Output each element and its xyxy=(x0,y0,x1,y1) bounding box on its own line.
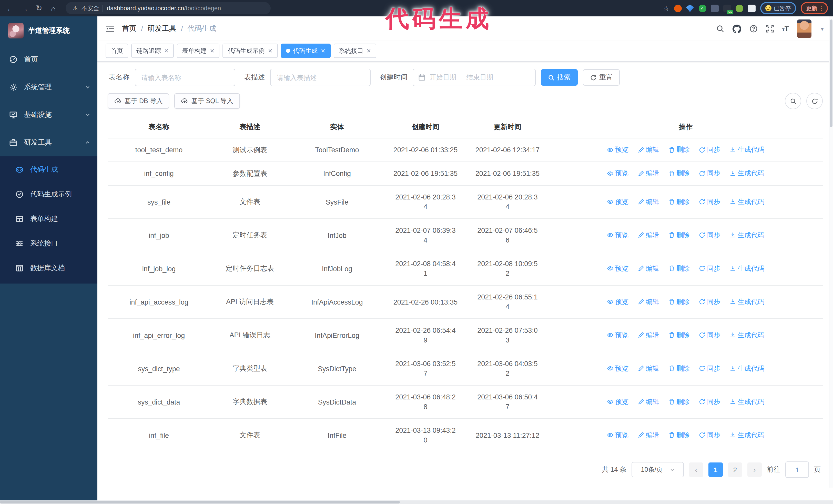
scrollbar-thumb[interactable] xyxy=(830,20,832,127)
table-name-input[interactable] xyxy=(135,69,235,86)
extension-icon[interactable]: on xyxy=(723,4,731,12)
search-button[interactable]: 搜索 xyxy=(541,69,578,86)
reset-button[interactable]: 重置 xyxy=(583,69,620,86)
delete-link[interactable]: 删除 xyxy=(668,331,690,340)
chevron-down-icon[interactable]: ▼ xyxy=(820,26,825,31)
page-button-2[interactable]: 2 xyxy=(728,462,742,477)
collapse-menu-icon[interactable] xyxy=(105,25,115,33)
table-desc-input[interactable] xyxy=(270,69,371,86)
edit-link[interactable]: 编辑 xyxy=(638,364,659,373)
close-icon[interactable]: ✕ xyxy=(210,47,214,54)
generate-code-link[interactable]: 生成代码 xyxy=(730,264,764,273)
sidebar-item-codegen[interactable]: 代码生成 xyxy=(0,158,97,182)
generate-code-link[interactable]: 生成代码 xyxy=(730,364,764,373)
preview-link[interactable]: 预览 xyxy=(607,264,628,273)
edit-link[interactable]: 编辑 xyxy=(638,431,659,440)
close-icon[interactable]: ✕ xyxy=(320,47,325,54)
close-icon[interactable]: ✕ xyxy=(366,47,371,54)
preview-link[interactable]: 预览 xyxy=(607,197,628,207)
fullscreen-icon[interactable] xyxy=(766,25,774,33)
scrollbar-thumb[interactable] xyxy=(0,501,400,503)
close-icon[interactable]: ✕ xyxy=(164,47,169,54)
generate-code-link[interactable]: 生成代码 xyxy=(730,331,764,340)
prev-page-button[interactable]: ‹ xyxy=(689,462,703,477)
sync-link[interactable]: 同步 xyxy=(699,398,720,407)
sidebar-item-form-builder[interactable]: 表单构建 xyxy=(0,207,97,231)
preview-link[interactable]: 预览 xyxy=(607,169,628,178)
vertical-scrollbar[interactable] xyxy=(829,17,833,487)
delete-link[interactable]: 删除 xyxy=(668,398,690,407)
edit-link[interactable]: 编辑 xyxy=(638,331,659,340)
sidebar-item-home[interactable]: 首页 xyxy=(0,46,97,73)
sidebar-item-db-doc[interactable]: 数据库文档 xyxy=(0,256,97,281)
sync-link[interactable]: 同步 xyxy=(699,297,720,307)
generate-code-link[interactable]: 生成代码 xyxy=(730,297,764,307)
refresh-table-button[interactable] xyxy=(806,93,823,109)
sidebar-item-system-api[interactable]: 系统接口 xyxy=(0,231,97,256)
menu-dots-icon[interactable] xyxy=(821,6,822,11)
import-sql-button[interactable]: 基于 SQL 导入 xyxy=(174,93,240,109)
generate-code-link[interactable]: 生成代码 xyxy=(730,197,764,207)
horizontal-scrollbar[interactable] xyxy=(0,500,833,504)
edit-link[interactable]: 编辑 xyxy=(638,297,659,307)
delete-link[interactable]: 删除 xyxy=(668,264,690,273)
sidebar-item-system[interactable]: 系统管理 xyxy=(0,73,97,101)
goto-page-input[interactable] xyxy=(785,461,809,478)
paused-badge[interactable]: 已暂停 xyxy=(760,2,796,14)
extension-puzzle-icon[interactable] xyxy=(748,4,755,12)
sync-link[interactable]: 同步 xyxy=(699,431,720,440)
sync-link[interactable]: 同步 xyxy=(699,264,720,273)
breadcrumb-home[interactable]: 首页 xyxy=(122,24,136,33)
sync-link[interactable]: 同步 xyxy=(699,231,720,240)
sync-link[interactable]: 同步 xyxy=(699,364,720,373)
sync-link[interactable]: 同步 xyxy=(699,169,720,178)
user-avatar[interactable] xyxy=(797,20,811,38)
help-icon[interactable] xyxy=(749,25,757,33)
tab-system-api[interactable]: 系统接口✕ xyxy=(334,44,376,58)
preview-link[interactable]: 预览 xyxy=(607,331,628,340)
delete-link[interactable]: 删除 xyxy=(668,169,690,178)
github-icon[interactable] xyxy=(732,24,741,33)
generate-code-link[interactable]: 生成代码 xyxy=(730,398,764,407)
delete-link[interactable]: 删除 xyxy=(668,145,690,154)
app-logo[interactable]: 芋道管理系统 xyxy=(0,17,97,46)
extension-gem-icon[interactable] xyxy=(686,4,694,12)
generate-code-link[interactable]: 生成代码 xyxy=(730,169,764,178)
sync-link[interactable]: 同步 xyxy=(699,197,720,207)
edit-link[interactable]: 编辑 xyxy=(638,169,659,178)
edit-link[interactable]: 编辑 xyxy=(638,398,659,407)
tab-tracing[interactable]: 链路追踪✕ xyxy=(131,44,174,58)
sync-link[interactable]: 同步 xyxy=(699,145,720,154)
preview-link[interactable]: 预览 xyxy=(607,231,628,240)
extension-icon[interactable] xyxy=(735,4,743,12)
sync-link[interactable]: 同步 xyxy=(699,331,720,340)
edit-link[interactable]: 编辑 xyxy=(638,231,659,240)
date-range-picker[interactable]: 开始日期 - 结束日期 xyxy=(413,69,536,86)
edit-link[interactable]: 编辑 xyxy=(638,264,659,273)
edit-link[interactable]: 编辑 xyxy=(638,145,659,154)
sidebar-item-devtools[interactable]: 研发工具 xyxy=(0,129,97,157)
page-button-1[interactable]: 1 xyxy=(709,462,723,477)
home-icon[interactable]: ⌂ xyxy=(48,3,58,13)
breadcrumb-devtools[interactable]: 研发工具 xyxy=(148,24,176,33)
generate-code-link[interactable]: 生成代码 xyxy=(730,145,764,154)
import-db-button[interactable]: 基于 DB 导入 xyxy=(108,93,169,109)
search-icon[interactable] xyxy=(716,25,724,33)
delete-link[interactable]: 删除 xyxy=(668,364,690,373)
tab-codegen-example[interactable]: 代码生成示例✕ xyxy=(223,44,278,58)
extension-check-icon[interactable]: ✓ xyxy=(698,4,706,12)
tab-home[interactable]: 首页 xyxy=(105,44,128,58)
delete-link[interactable]: 删除 xyxy=(668,297,690,307)
reload-icon[interactable]: ↻ xyxy=(34,3,44,13)
next-page-button[interactable]: › xyxy=(747,462,762,477)
sidebar-item-codegen-example[interactable]: 代码生成示例 xyxy=(0,182,97,207)
delete-link[interactable]: 删除 xyxy=(668,197,690,207)
font-size-icon[interactable]: тT xyxy=(782,25,789,33)
tab-form-builder[interactable]: 表单构建✕ xyxy=(177,44,219,58)
edit-link[interactable]: 编辑 xyxy=(638,197,659,207)
bookmark-star-icon[interactable]: ☆ xyxy=(663,4,669,12)
extension-icon[interactable] xyxy=(674,4,682,12)
preview-link[interactable]: 预览 xyxy=(607,297,628,307)
preview-link[interactable]: 预览 xyxy=(607,431,628,440)
address-bar[interactable]: ⚠ 不安全 dashboard.yudao.iocoder.cn/tool/co… xyxy=(66,2,271,14)
